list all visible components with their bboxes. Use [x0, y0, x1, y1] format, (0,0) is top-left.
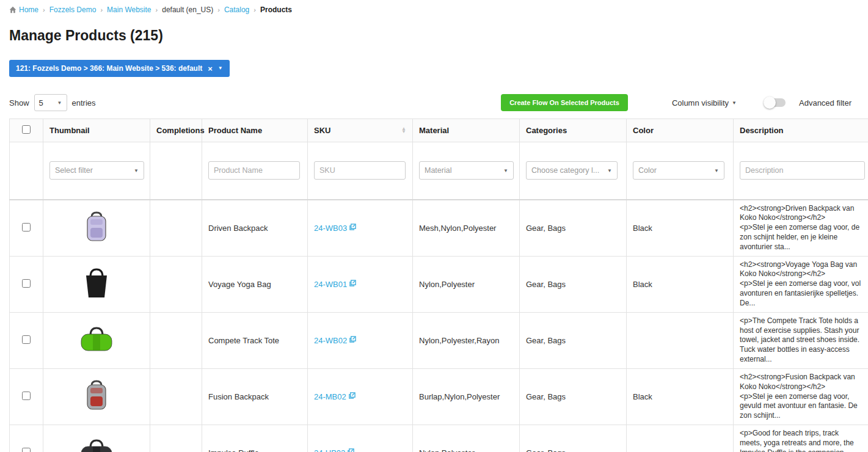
filter-row: Select filter ▼ Material ▼ Choose catego… [10, 142, 868, 200]
color-filter-select[interactable]: Color ▼ [633, 161, 724, 180]
product-name-cell: Driven Backpack [202, 200, 308, 257]
column-header-product-name[interactable]: Product Name [202, 119, 308, 142]
row-checkbox[interactable] [22, 223, 31, 231]
breadcrumb-home-label: Home [19, 5, 38, 14]
external-link-icon [349, 392, 356, 399]
description-cell: <h2><strong>Driven Backpack van Koko Nok… [740, 204, 862, 252]
advanced-filter-toggle[interactable] [765, 98, 786, 107]
product-thumbnail-backpack [83, 379, 110, 412]
product-thumbnail-tote [82, 267, 111, 300]
column-header-description[interactable]: Description [734, 119, 868, 142]
row-checkbox[interactable] [22, 392, 31, 400]
sku-link[interactable]: 24-MB02 [314, 392, 346, 401]
sku-link[interactable]: 24-UB02 [314, 448, 345, 452]
row-checkbox[interactable] [22, 279, 31, 288]
chevron-down-icon: ▼ [607, 168, 612, 173]
product-thumbnail-duffle [79, 326, 114, 354]
color-cell: Black [627, 368, 734, 425]
breadcrumb-fozzels-demo[interactable]: Fozzels Demo [49, 5, 97, 14]
thumbnail-filter-select[interactable]: Select filter ▼ [49, 161, 144, 180]
entries-per-page-select[interactable]: 5 ▼ [34, 94, 67, 111]
breadcrumb-main-website[interactable]: Main Website [107, 5, 151, 14]
thumbnail-filter-placeholder: Select filter [55, 166, 93, 175]
breadcrumb-catalog[interactable]: Catalog [224, 5, 249, 14]
color-cell: Black [627, 256, 734, 312]
material-cell: Nylon,Polyester [413, 256, 520, 312]
scope-chip-caret-icon[interactable]: ▼ [218, 66, 223, 71]
header-row: Thumbnail Completions Product Name SKU ▲… [10, 119, 868, 142]
product-name-cell: Compete Track Tote [202, 312, 308, 368]
select-all-checkbox[interactable] [22, 125, 31, 134]
product-name-filter-input[interactable] [208, 161, 300, 180]
categories-filter-select[interactable]: Choose category l... ▼ [526, 161, 618, 180]
column-header-sku[interactable]: SKU ▲▼ [308, 119, 413, 142]
scope-chip[interactable]: 121: Fozzels Demo > 366: Main Website > … [9, 60, 230, 77]
breadcrumb-separator: › [43, 6, 45, 13]
column-visibility-dropdown[interactable]: Column visibility ▼ [672, 98, 737, 108]
show-label: Show [9, 98, 29, 108]
product-name-cell: Voyage Yoga Bag [202, 256, 308, 312]
external-link-icon [348, 448, 354, 452]
page-title: Manage Products (215) [9, 27, 859, 44]
table-row[interactable]: Voyage Yoga Bag 24-WB01 Nylon,Polyester … [10, 256, 868, 312]
chevron-down-icon: ▼ [732, 100, 737, 106]
products-table: Thumbnail Completions Product Name SKU ▲… [9, 118, 868, 452]
chevron-down-icon: ▼ [57, 100, 62, 106]
entries-label: entries [72, 98, 96, 108]
material-cell: Mesh,Nylon,Polyester [413, 200, 520, 257]
column-header-material[interactable]: Material [413, 119, 520, 142]
row-checkbox[interactable] [22, 448, 31, 452]
scope-chip-close-icon[interactable]: × [208, 65, 213, 73]
external-link-icon [349, 224, 356, 230]
column-header-thumbnail: Thumbnail [43, 119, 150, 142]
sku-filter-input[interactable] [314, 161, 406, 180]
table-row[interactable]: Impulse Duffle 24-UB02 Nylon,Polyester G… [10, 425, 868, 452]
table-row[interactable]: Compete Track Tote 24-WB02 Nylon,Polyest… [10, 312, 868, 368]
categories-filter-placeholder: Choose category l... [531, 166, 599, 175]
advanced-filter-label: Advanced filter [799, 98, 852, 108]
material-filter-select[interactable]: Material ▼ [419, 161, 514, 180]
toggle-knob [764, 97, 776, 109]
sku-link[interactable]: 24-WB01 [314, 280, 347, 289]
completions-cell [150, 425, 202, 452]
completions-cell [150, 256, 202, 312]
column-header-categories[interactable]: Categories [520, 119, 627, 142]
sku-header-label: SKU [314, 126, 330, 135]
breadcrumb-separator: › [253, 6, 256, 13]
breadcrumb-separator: › [100, 6, 103, 13]
description-cell: <h2><strong>Voyage Yoga Bag van Koko Nok… [740, 260, 862, 308]
breadcrumb-products: Products [260, 5, 292, 14]
column-header-color[interactable]: Color [627, 119, 734, 142]
color-cell [627, 312, 734, 368]
create-flow-button[interactable]: Create Flow On Selected Products [501, 94, 628, 111]
scope-chip-label: 121: Fozzels Demo > 366: Main Website > … [16, 64, 202, 73]
description-cell: <p>Good for beach trips, track meets, yo… [740, 429, 862, 452]
sort-icon[interactable]: ▲▼ [401, 128, 406, 134]
material-cell: Burlap,Nylon,Polyester [413, 368, 520, 425]
chevron-down-icon: ▼ [503, 168, 508, 173]
categories-cell: Gear, Bags [520, 312, 627, 368]
row-checkbox[interactable] [22, 335, 31, 344]
external-link-icon [349, 336, 356, 343]
sku-link[interactable]: 24-WB03 [314, 224, 347, 233]
table-row[interactable]: Driven Backpack 24-WB03 Mesh,Nylon,Polye… [10, 200, 868, 257]
color-filter-placeholder: Color [638, 166, 657, 175]
product-thumbnail-duffle [79, 438, 114, 452]
categories-cell: Gear, Bags [520, 200, 627, 257]
categories-cell: Gear, Bags [520, 368, 627, 425]
material-filter-placeholder: Material [425, 166, 451, 175]
entries-per-page-value: 5 [39, 98, 43, 108]
material-cell: Nylon,Polyester,Rayon [413, 312, 520, 368]
table-row[interactable]: Fusion Backpack 24-MB02 Burlap,Nylon,Pol… [10, 368, 868, 425]
chevron-down-icon: ▼ [714, 168, 719, 173]
product-thumbnail-backpack [83, 211, 110, 244]
completions-cell [150, 368, 202, 425]
sku-link[interactable]: 24-WB02 [314, 336, 347, 345]
breadcrumb-home[interactable]: Home [9, 5, 38, 14]
description-filter-input[interactable] [740, 161, 865, 180]
breadcrumb-separator: › [217, 6, 220, 13]
categories-cell: Gear, Bags [520, 256, 627, 312]
column-header-completions: Completions [150, 119, 202, 142]
color-cell: Black [627, 200, 734, 257]
description-cell: <h2><strong>Fusion Backpack van Koko Nok… [740, 373, 862, 421]
